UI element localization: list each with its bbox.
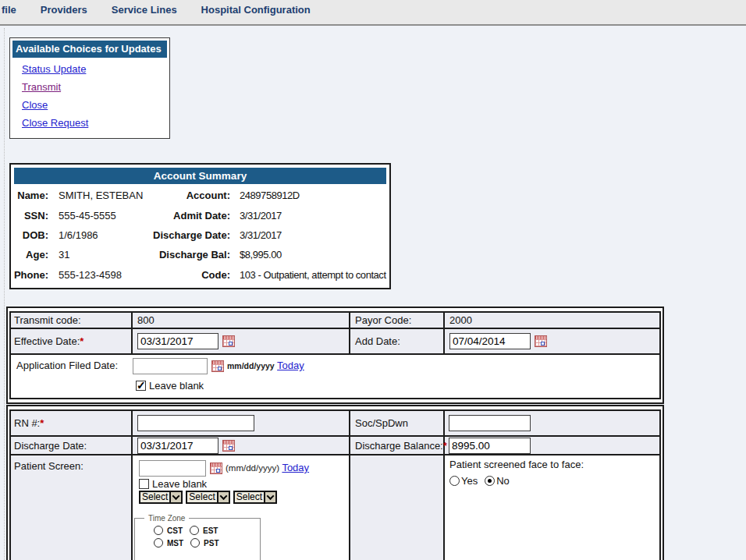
empty-cell [350, 455, 444, 560]
screen-select-1[interactable]: Select [139, 491, 183, 504]
calendar-icon[interactable] [211, 360, 224, 372]
field-label: Phone: [11, 265, 48, 285]
leave-blank-label: Leave blank [152, 478, 207, 490]
transmit-form-table: Transmit code: 800 Payor Code: 2000 Effe… [6, 307, 664, 404]
nav-service-lines[interactable]: Service Lines [112, 4, 177, 16]
est-label: EST [203, 526, 218, 535]
patient-form-table: RN #:* Soc/SpDwn Discharge Date: Dischar… [6, 405, 664, 560]
face-no-radio[interactable] [485, 476, 495, 486]
field-label: Admit Date: [150, 205, 230, 225]
field-value: 2489758912D [230, 186, 389, 205]
rn-number-label: RN #:* [10, 410, 132, 436]
nav-hospital-configuration[interactable]: Hospital Configuration [201, 4, 311, 16]
close-request-link[interactable]: Close Request [22, 117, 88, 129]
screen-select-2[interactable]: Select [186, 491, 229, 504]
mst-label: MST [167, 539, 183, 548]
calendar-icon[interactable] [222, 335, 235, 347]
field-label: Account: [150, 186, 230, 205]
mst-radio[interactable] [154, 538, 163, 548]
field-label: Age: [11, 245, 48, 264]
patient-screen-date-input[interactable] [139, 460, 206, 477]
time-zone-legend: Time Zone [144, 514, 189, 523]
calendar-icon[interactable] [222, 440, 235, 452]
rn-number-input[interactable] [137, 415, 254, 431]
account-summary-panel: Account Summary Name: SMITH, ESTEBAN Acc… [9, 163, 391, 289]
calendar-icon[interactable] [210, 463, 222, 474]
available-choices-panel: Available Choices for Updates Status Upd… [9, 37, 170, 139]
leave-blank-checkbox[interactable] [139, 479, 149, 489]
today-link[interactable]: Today [277, 360, 304, 371]
est-radio[interactable] [190, 526, 199, 535]
today-link[interactable]: Today [282, 462, 309, 473]
nav-file[interactable]: file [2, 4, 16, 16]
effective-date-input[interactable] [137, 333, 218, 349]
soc-spdwn-input[interactable] [449, 415, 531, 431]
face-yes-label: Yes [461, 475, 478, 487]
nav-providers[interactable]: Providers [41, 4, 87, 16]
field-value: $8,995.00 [230, 245, 389, 264]
field-label: Name: [11, 186, 48, 205]
summary-row: Phone: 555-123-4598 Code: 103 - Outpatie… [11, 265, 389, 285]
dropdown-arrow-icon [264, 492, 275, 502]
field-label: Discharge Bal: [150, 245, 230, 264]
left-dotted-divider [4, 28, 5, 560]
leave-blank-checkbox[interactable] [136, 381, 146, 391]
field-value: 103 - Outpatient, attempt to contact [230, 265, 389, 285]
account-summary-table: Name: SMITH, ESTEBAN Account: 2489758912… [11, 186, 389, 285]
summary-row: Age: 31 Discharge Bal: $8,995.00 [11, 245, 389, 264]
discharge-balance-input[interactable] [449, 438, 531, 454]
patient-screen-label: Patient Screen: [10, 455, 132, 560]
dropdown-arrow-icon [169, 492, 181, 502]
pst-label: PST [204, 539, 218, 548]
summary-row: Name: SMITH, ESTEBAN Account: 2489758912… [11, 186, 389, 205]
status-update-link[interactable]: Status Update [22, 63, 86, 75]
close-link[interactable]: Close [22, 99, 48, 111]
cst-label: CST [167, 526, 183, 535]
transmit-code-label: Transmit code: [10, 312, 132, 328]
discharge-date-label: Discharge Date: [10, 436, 132, 455]
field-value: SMITH, ESTEBAN [48, 186, 150, 205]
application-filed-date-input[interactable] [133, 358, 208, 374]
transmit-code-value: 800 [132, 312, 350, 328]
field-label: SSN: [11, 205, 48, 225]
field-label: Code: [150, 265, 230, 285]
application-filed-date-label: Application Filed Date: [16, 360, 133, 371]
field-label: Discharge Date: [150, 225, 230, 245]
field-value: 555-45-5555 [48, 205, 150, 225]
field-value: 1/6/1986 [48, 225, 150, 245]
payor-code-value: 2000 [444, 312, 660, 328]
field-value: 3/31/2017 [230, 225, 389, 245]
face-no-label: No [496, 475, 510, 487]
top-nav: file Providers Service Lines Hospital Co… [0, 0, 746, 26]
field-value: 3/31/2017 [230, 205, 389, 225]
summary-row: DOB: 1/6/1986 Discharge Date: 3/31/2017 [11, 225, 389, 245]
face-yes-radio[interactable] [449, 476, 460, 486]
payor-code-label: Payor Code: [350, 312, 444, 328]
time-zone-fieldset: Time Zone CST EST MST PST [134, 514, 261, 560]
discharge-date-input[interactable] [137, 438, 218, 454]
account-summary-header: Account Summary [14, 168, 386, 184]
pst-radio[interactable] [190, 538, 200, 548]
field-label: DOB: [11, 225, 48, 245]
soc-spdwn-label: Soc/SpDwn [350, 410, 444, 436]
screen-select-3[interactable]: Select [233, 491, 277, 504]
effective-date-label: Effective Date:* [10, 328, 132, 354]
available-choices-header: Available Choices for Updates [12, 41, 167, 58]
add-date-label: Add Date: [350, 328, 444, 354]
dropdown-arrow-icon [217, 492, 229, 502]
transmit-link[interactable]: Transmit [22, 81, 61, 93]
date-format-hint: (mm/dd/yyyy) [226, 463, 279, 473]
field-value: 31 [48, 245, 150, 264]
discharge-balance-label: Discharge Balance:* [350, 436, 444, 455]
cst-radio[interactable] [154, 526, 163, 535]
date-format-hint: mm/dd/yyyy [227, 361, 275, 370]
face-to-face-label: Patient screened face to face: [449, 459, 659, 470]
calendar-icon[interactable] [535, 335, 547, 347]
field-value: 555-123-4598 [48, 265, 150, 285]
summary-row: SSN: 555-45-5555 Admit Date: 3/31/2017 [11, 205, 389, 225]
leave-blank-label: Leave blank [149, 380, 204, 392]
add-date-input[interactable] [449, 333, 531, 349]
